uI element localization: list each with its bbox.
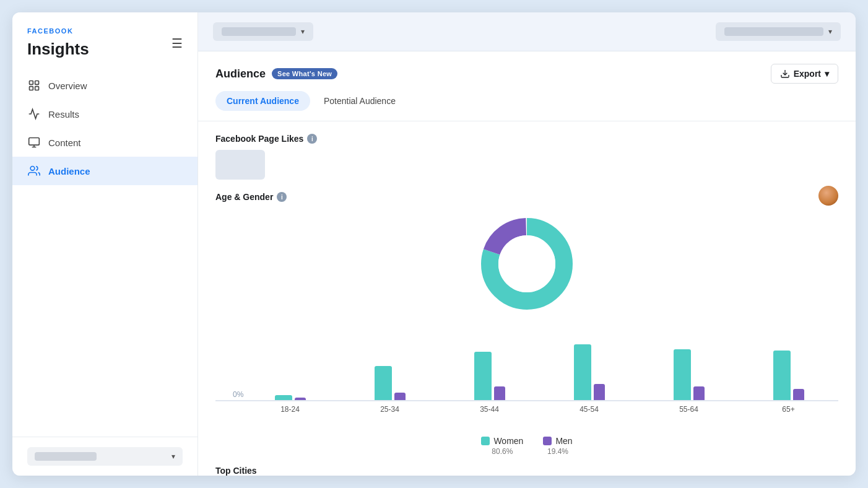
page-likes-label: Facebook Page Likes i: [215, 134, 838, 144]
sidebar-item-label-overview: Overview: [48, 81, 87, 91]
bar-pair-55-64: [674, 349, 705, 400]
sidebar-nav: Overview Results Content: [12, 61, 197, 195]
bar-pair-18-24: [275, 395, 306, 400]
bar-pair-25-34: [375, 366, 406, 400]
sidebar-bottom: ▾: [12, 437, 197, 476]
bar-group-55-64: [639, 349, 739, 400]
legend-dot-women: [481, 437, 490, 445]
bar-pair-65plus: [773, 351, 804, 400]
svg-rect-3: [35, 87, 39, 90]
bar-chart-container: 0%: [215, 327, 838, 429]
tab-potential-audience[interactable]: Potential Audience: [313, 91, 407, 111]
age-gender-section: Age & Gender i: [198, 186, 856, 456]
top-bar-left: ▾: [213, 22, 313, 41]
bar-men-25-34: [394, 393, 406, 400]
age-label-18-24: 18-24: [240, 401, 340, 414]
overview-icon: [27, 79, 41, 92]
top-cities-label: Top Cities: [215, 466, 838, 476]
chevron-down-icon: ▾: [171, 452, 175, 461]
legend-dot-men: [543, 437, 552, 445]
sidebar-page-dropdown[interactable]: ▾: [27, 447, 183, 466]
bar-men-55-64: [693, 386, 705, 400]
main-content: ▾ ▾ Audience See What's New: [198, 12, 856, 476]
bar-women-25-34: [375, 366, 392, 400]
age-label-45-54: 45-54: [539, 401, 639, 414]
age-gender-info-icon: i: [277, 192, 287, 202]
bar-women-45-54: [574, 344, 591, 400]
bar-group-45-54: [539, 344, 639, 400]
bar-group-35-44: [440, 352, 539, 400]
bar-men-18-24: [295, 398, 306, 400]
export-button[interactable]: Export ▾: [771, 64, 838, 84]
svg-rect-1: [35, 81, 39, 85]
facebook-logo: FACEBOOK Insights: [27, 27, 89, 59]
svg-point-7: [30, 167, 35, 171]
sidebar-item-label-content: Content: [48, 137, 81, 148]
audience-section-header: Audience See What's New Export ▾: [198, 51, 856, 91]
page-likes-section: Facebook Page Likes i: [198, 121, 856, 186]
svg-rect-4: [29, 138, 40, 146]
top-cities-section: Top Cities Houston, TX 3.7%: [198, 456, 856, 476]
chart-legend: Women 80.6% Men 19.4%: [215, 436, 838, 456]
bar-women-65plus: [773, 351, 791, 400]
legend-men: Men 19.4%: [543, 436, 572, 456]
bar-pair-35-44: [474, 352, 505, 400]
top-bar-right: ▾: [716, 22, 841, 41]
results-icon: [27, 107, 41, 121]
page-dropdown-placeholder: [35, 452, 97, 461]
bar-women-55-64: [674, 349, 691, 400]
bar-men-35-44: [494, 386, 505, 400]
section-title-row: Audience See What's New: [215, 68, 337, 81]
age-label-25-34: 25-34: [340, 401, 440, 414]
svg-rect-0: [30, 81, 33, 85]
bar-pair-45-54: [574, 344, 605, 400]
sidebar-item-results[interactable]: Results: [12, 100, 197, 128]
legend-label-women: Women: [493, 436, 523, 446]
bar-group-18-24: [240, 395, 340, 400]
legend-pct-women: 80.6%: [492, 447, 513, 456]
age-gender-label: Age & Gender i: [215, 192, 838, 202]
legend-women: Women 80.6%: [481, 436, 523, 456]
sidebar-item-label-audience: Audience: [48, 166, 90, 176]
age-label-35-44: 35-44: [440, 401, 539, 414]
page-likes-info-icon: i: [307, 134, 317, 144]
bar-men-45-54: [594, 384, 605, 400]
content-area: Audience See What's New Export ▾ Current…: [198, 51, 856, 476]
audience-icon: [27, 164, 41, 178]
bar-men-65plus: [793, 389, 804, 400]
hamburger-icon[interactable]: ☰: [159, 36, 183, 51]
top-bar-placeholder-left: [222, 27, 296, 36]
svg-rect-2: [30, 87, 33, 90]
avatar: [818, 186, 838, 206]
sidebar-item-audience[interactable]: Audience: [12, 157, 197, 185]
bar-women-18-24: [275, 395, 292, 400]
donut-chart: [471, 208, 583, 320]
sidebar-item-overview[interactable]: Overview: [12, 71, 197, 100]
tabs-row: Current Audience Potential Audience: [198, 91, 856, 121]
top-bar-right-dropdown[interactable]: ▾: [716, 22, 841, 41]
page-likes-stat-box: [215, 150, 265, 180]
age-label-55-64: 55-64: [639, 401, 739, 414]
zero-label: 0%: [233, 390, 243, 399]
sidebar-item-content[interactable]: Content: [12, 128, 197, 157]
legend-label-men: Men: [555, 436, 572, 446]
svg-point-11: [498, 235, 555, 292]
bar-group-25-34: [340, 366, 440, 400]
legend-pct-men: 19.4%: [547, 447, 568, 456]
top-bar-left-dropdown[interactable]: ▾: [213, 22, 313, 41]
page-title: Insights: [27, 40, 89, 59]
see-whats-new-badge[interactable]: See What's New: [272, 68, 337, 79]
avatar-top-right: [818, 186, 838, 206]
audience-title: Audience: [215, 68, 266, 81]
age-label-65plus: 65+: [739, 401, 838, 414]
export-label: Export: [794, 69, 821, 79]
bar-women-35-44: [474, 352, 492, 400]
top-bar-chevron-left: ▾: [301, 27, 305, 36]
top-bar-placeholder-right: [724, 27, 823, 36]
bar-group-65plus: [739, 351, 838, 400]
content-icon: [27, 136, 41, 149]
sidebar-item-label-results: Results: [48, 109, 79, 120]
tab-current-audience[interactable]: Current Audience: [215, 91, 310, 111]
export-dropdown-arrow: ▾: [825, 69, 829, 79]
export-icon: [780, 69, 790, 79]
